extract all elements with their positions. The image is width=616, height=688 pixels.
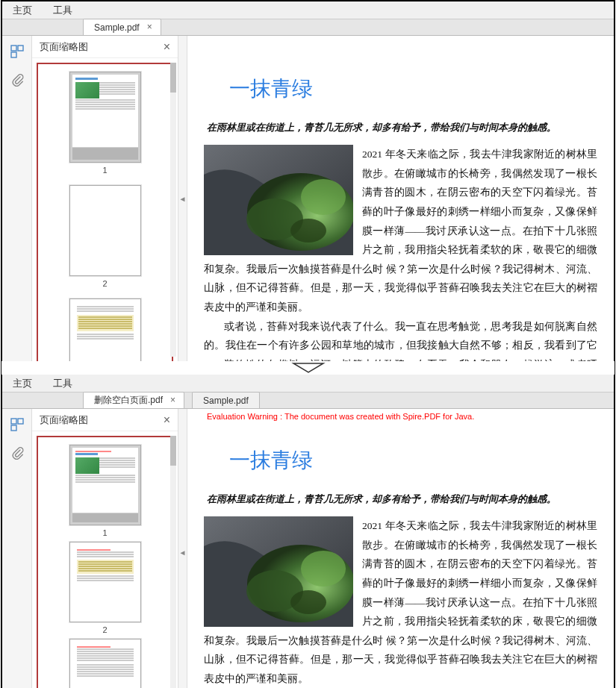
thumbnails-list: 1 2: [32, 58, 178, 361]
thumbnails-header: 页面缩略图 ×: [32, 409, 178, 431]
workspace: 页面缩略图 ×: [2, 36, 614, 361]
thumbnail-label: 1: [69, 528, 141, 537]
thumbnail-page-1[interactable]: 1: [69, 72, 141, 175]
thumbnail-page-2[interactable]: 2: [69, 185, 141, 288]
thumbnail-selection: 1 2: [37, 63, 173, 361]
left-rail: [2, 36, 32, 361]
thumbnails-title: 页面缩略图: [40, 413, 88, 427]
thumbnail-label: 2: [69, 279, 141, 288]
attachment-icon[interactable]: [9, 72, 25, 88]
thumbnail-selection: 1 2: [37, 436, 173, 688]
thumbnail-page-1[interactable]: 1: [69, 445, 141, 537]
document-view[interactable]: Evaluation Warning : The document was cr…: [187, 409, 614, 688]
thumbnail-page-2[interactable]: 2: [69, 542, 141, 634]
thumbnails-panel: 页面缩略图 ×: [32, 36, 178, 361]
thumbnails-icon[interactable]: [9, 43, 25, 60]
tab-label: Sample.pdf: [94, 22, 140, 33]
left-rail: [2, 409, 32, 688]
doc-body: 2021 年冬天来临之际，我去牛津我家附近的树林里散步。在俯瞰城市的长椅旁，我偶…: [204, 516, 597, 688]
thumbnails-list: 1 2: [32, 431, 178, 688]
menu-tools[interactable]: 工具: [43, 1, 83, 19]
tab-bar: 删除空白页面.pdf × Sample.pdf: [2, 393, 614, 409]
doc-para-2: 或者说，苔藓对我来说代表了什么。我一直在思考触觉，思考我是如何脱离自然的。我住在…: [204, 317, 597, 361]
svg-rect-8: [11, 419, 16, 424]
close-icon[interactable]: ×: [164, 40, 170, 54]
doc-subtitle: 在雨林里或在街道上，青苔几无所求，却多有给予，带给我们与时间本身的触感。: [204, 116, 597, 145]
thumbnail-label: 1: [69, 166, 141, 175]
doc-image-moss: [204, 516, 353, 627]
svg-rect-1: [18, 46, 23, 51]
menubar: 主页 工具: [2, 375, 614, 393]
doc-body: 2021 年冬天来临之际，我去牛津我家附近的树林里散步。在俯瞰城市的长椅旁，我偶…: [204, 145, 597, 361]
svg-point-7: [290, 219, 326, 243]
pdf-page: 一抹青绿 在雨林里或在街道上，青苔几无所求，却多有给予，带给我们与时间本身的触感…: [204, 36, 597, 361]
close-icon[interactable]: ×: [170, 395, 179, 404]
tab-sample-pdf[interactable]: Sample.pdf: [192, 392, 260, 408]
thumbnails-icon[interactable]: [9, 416, 25, 433]
thumbnails-panel: 页面缩略图 ×: [32, 409, 178, 688]
splitter-handle[interactable]: ◄: [178, 409, 187, 688]
tab-bar: Sample.pdf ×: [2, 19, 614, 36]
svg-rect-2: [11, 52, 16, 57]
doc-subtitle: 在雨林里或在街道上，青苔几无所求，却多有给予，带给我们与时间本身的触感。: [204, 488, 597, 516]
tab-label: Sample.pdf: [203, 395, 249, 406]
evaluation-warning: Evaluation Warning : The document was cr…: [204, 409, 597, 421]
close-icon[interactable]: ×: [164, 413, 170, 427]
menubar: 主页 工具: [2, 1, 614, 19]
splitter-handle[interactable]: ◄: [178, 36, 187, 361]
svg-rect-0: [11, 46, 16, 51]
scrollbar[interactable]: ▲: [170, 63, 176, 357]
menu-tools[interactable]: 工具: [43, 375, 83, 392]
pdf-page: 一抹青绿 在雨林里或在街道上，青苔几无所求，却多有给予，带给我们与时间本身的触感…: [204, 421, 597, 688]
svg-point-15: [290, 590, 326, 614]
menu-home[interactable]: 主页: [2, 375, 43, 392]
thumbnail-page-3[interactable]: 3: [69, 639, 141, 688]
doc-image-moss: [204, 145, 353, 255]
workspace: 页面缩略图 ×: [2, 409, 614, 688]
scrollbar[interactable]: ▲: [170, 436, 176, 688]
document-view[interactable]: 一抹青绿 在雨林里或在街道上，青苔几无所求，却多有给予，带给我们与时间本身的触感…: [187, 36, 614, 361]
tab-removed-blank-pdf[interactable]: 删除空白页面.pdf ×: [83, 392, 184, 408]
doc-title: 一抹青绿: [204, 421, 597, 488]
pdf-viewer-before: 主页 工具 Sample.pdf × 页面缩略图 ×: [1, 1, 615, 361]
close-icon[interactable]: ×: [147, 22, 156, 31]
pdf-viewer-after: 主页 工具 删除空白页面.pdf × Sample.pdf 页面缩略图 ×: [1, 375, 615, 688]
thumbnail-page-3[interactable]: 3: [69, 298, 141, 361]
svg-point-6: [301, 179, 346, 215]
svg-rect-9: [18, 419, 23, 424]
tab-sample-pdf[interactable]: Sample.pdf ×: [83, 19, 161, 35]
doc-title: 一抹青绿: [204, 49, 597, 116]
thumbnail-label: 2: [69, 625, 141, 634]
attachment-icon[interactable]: [9, 445, 25, 461]
menu-home[interactable]: 主页: [2, 1, 43, 19]
tab-label: 删除空白页面.pdf: [94, 394, 163, 407]
thumbnails-title: 页面缩略图: [40, 40, 88, 54]
svg-point-14: [301, 551, 346, 587]
svg-rect-10: [11, 425, 16, 431]
before-after-arrow-icon: [1, 361, 615, 375]
thumbnails-header: 页面缩略图 ×: [32, 36, 178, 58]
